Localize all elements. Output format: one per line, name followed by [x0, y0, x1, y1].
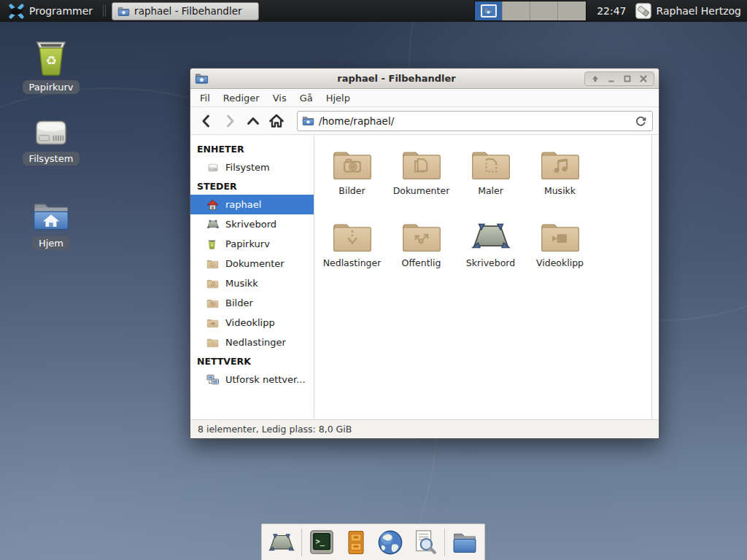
sidebar-item-dokumenter[interactable]: Dokumenter: [190, 254, 314, 273]
workspace-3[interactable]: [530, 1, 558, 20]
forward-button[interactable]: [220, 111, 240, 131]
back-button[interactable]: [196, 111, 217, 131]
file-item-videoklipp[interactable]: Videoklipp: [525, 214, 595, 287]
sidebar-item-filesystem[interactable]: Filsystem: [190, 158, 314, 177]
status-text: 8 ielementer, Ledig plass: 8,0 GiB: [198, 424, 352, 435]
places-sidebar: ENHETER Filsystem STEDER raphael Skriveb…: [190, 135, 314, 419]
up-icon: [244, 112, 262, 130]
sidebar-item-skrivebord[interactable]: Skrivebord: [190, 214, 314, 234]
file-item-label: Dokumenter: [393, 185, 450, 196]
close-icon: [639, 74, 648, 83]
folder-icon: [206, 337, 220, 349]
file-item-label: Musikk: [544, 185, 576, 196]
desktop-icon-trash[interactable]: Papirkurv: [13, 38, 89, 94]
applications-menu-button[interactable]: Programmer: [6, 0, 96, 22]
taskbar-window-button[interactable]: raphael - Filbehandler: [112, 2, 259, 20]
menu-go[interactable]: Gå: [293, 90, 320, 106]
workspace-2[interactable]: [503, 1, 530, 20]
folder-music-icon: [539, 147, 581, 182]
workspace-4[interactable]: [558, 1, 586, 20]
window-titlebar[interactable]: raphael - Filbehandler: [190, 69, 659, 89]
trash-icon: [31, 38, 71, 77]
globe-icon: [376, 529, 404, 556]
folder-icon: [206, 278, 220, 289]
file-item-bilder[interactable]: Bilder: [317, 142, 387, 214]
applications-menu-label: Programmer: [29, 5, 93, 17]
sidebar-section-network: NETTVERK: [190, 352, 314, 370]
folder-templates-icon: [470, 147, 512, 182]
sidebar-item-papirkurv[interactable]: Papirkurv: [190, 234, 314, 254]
file-item-maler[interactable]: Maler: [456, 142, 525, 214]
sidebar-item-bilder[interactable]: Bilder: [190, 293, 314, 313]
file-item-label: Nedlastinger: [323, 257, 382, 268]
desktop-icon-filesystem[interactable]: Filsystem: [13, 117, 89, 166]
sidebar-item-label: raphael: [225, 199, 261, 210]
sidebar-item-network-browse[interactable]: Utforsk nettver...: [190, 370, 314, 389]
maximize-button[interactable]: [620, 73, 635, 85]
application-finder-launcher[interactable]: [410, 528, 439, 557]
file-item-nedlastinger[interactable]: Nedlastinger: [317, 214, 387, 287]
sidebar-item-label: Utforsk nettver...: [225, 374, 306, 385]
status-bar: 8 ielementer, Ledig plass: 8,0 GiB: [190, 419, 659, 438]
folder-downloads-icon: [331, 219, 374, 254]
menu-view[interactable]: Vis: [266, 90, 293, 106]
sidebar-item-label: Nedlastinger: [225, 337, 286, 348]
close-button[interactable]: [636, 73, 651, 85]
home-button[interactable]: [266, 111, 287, 131]
shade-icon: [591, 74, 600, 83]
menu-help[interactable]: Hjelp: [320, 90, 357, 106]
terminal-launcher[interactable]: [307, 528, 336, 557]
file-item-musikk[interactable]: Musikk: [525, 142, 595, 214]
location-bar[interactable]: /home/raphael/: [297, 111, 653, 131]
file-manager-launcher[interactable]: [450, 528, 479, 557]
taskbar-window-label: raphael - Filbehandler: [134, 5, 241, 17]
menu-file[interactable]: Fil: [193, 90, 217, 106]
file-item-label: Offentlig: [402, 257, 441, 268]
user-icon: [635, 3, 651, 19]
sidebar-item-videoklipp[interactable]: Videoklipp: [190, 313, 314, 332]
desktop-icon: [470, 219, 512, 254]
show-desktop-icon: [268, 532, 295, 553]
sidebar-item-label: Musikk: [225, 278, 258, 289]
shade-button[interactable]: [588, 73, 603, 85]
desktop-icon-label: Hjem: [32, 236, 70, 250]
minimize-button[interactable]: [604, 73, 619, 85]
file-grid: Bilder Dokumenter Maler Musikk Nedlastin…: [314, 135, 651, 287]
menu-bar: Fil Rediger Vis Gå Hjelp: [190, 89, 659, 107]
reload-icon[interactable]: [634, 114, 648, 128]
file-cabinet-launcher[interactable]: [341, 528, 371, 557]
file-item-skrivebord[interactable]: Skrivebord: [456, 214, 525, 287]
web-browser-launcher[interactable]: [376, 528, 405, 557]
minimize-icon: [607, 74, 616, 83]
trash-icon: [206, 238, 220, 250]
menu-edit[interactable]: Rediger: [217, 90, 266, 106]
show-desktop-button[interactable]: [267, 528, 296, 557]
sidebar-item-musikk[interactable]: Musikk: [190, 273, 314, 293]
user-actions-button[interactable]: Raphael Hertzog: [635, 3, 741, 19]
folder-icon: [451, 529, 479, 556]
panel-clock[interactable]: 22:47: [597, 5, 626, 17]
file-item-offentlig[interactable]: Offentlig: [387, 214, 456, 287]
terminal-icon: [308, 529, 336, 556]
file-item-label: Bilder: [338, 185, 365, 196]
back-icon: [198, 112, 215, 130]
workspace-1[interactable]: [475, 1, 503, 20]
panel-grip-handle[interactable]: [103, 5, 107, 17]
scrollbar[interactable]: [651, 135, 659, 419]
location-path[interactable]: /home/raphael/: [319, 115, 630, 127]
file-item-dokumenter[interactable]: Dokumenter: [387, 142, 456, 214]
file-view[interactable]: Bilder Dokumenter Maler Musikk Nedlastin…: [314, 135, 651, 419]
desktop-icon-label: Papirkurv: [23, 80, 80, 94]
folder-videos-icon: [539, 219, 581, 254]
desktop-icon-home[interactable]: Hjem: [13, 198, 89, 250]
folder-icon: [206, 317, 220, 329]
distro-logo-icon: [9, 4, 24, 19]
network-icon: [206, 374, 220, 386]
up-button[interactable]: [243, 111, 263, 131]
sidebar-item-nedlastinger[interactable]: Nedlastinger: [190, 332, 314, 352]
file-item-label: Skrivebord: [466, 257, 515, 268]
file-item-label: Maler: [478, 185, 503, 196]
sidebar-item-label: Videoklipp: [225, 317, 275, 328]
dock-separator: [301, 529, 302, 556]
sidebar-item-raphael[interactable]: raphael: [190, 195, 314, 214]
